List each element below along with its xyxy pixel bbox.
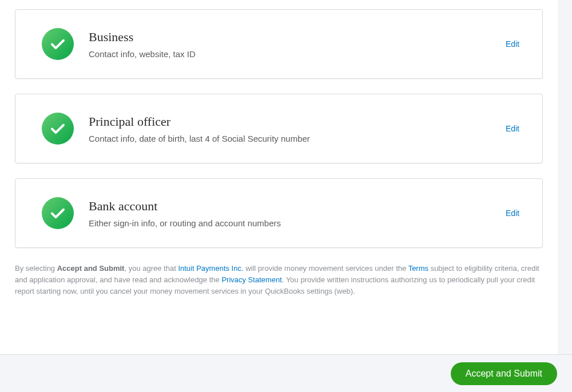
edit-link-business[interactable]: Edit [506,39,519,49]
card-title: Principal officer [89,114,506,129]
card-subtitle: Contact info, website, tax ID [89,49,506,59]
card-title: Business [89,30,506,45]
disclosure-bold: Accept and Submit [57,264,125,273]
card-content: Principal officer Contact info, date of … [89,114,506,143]
card-principal-officer: Principal officer Contact info, date of … [15,94,543,163]
main-panel: Business Contact info, website, tax ID E… [0,0,558,354]
edit-link-bank-account[interactable]: Edit [506,209,519,218]
card-business: Business Contact info, website, tax ID E… [15,9,543,79]
edit-link-principal-officer[interactable]: Edit [506,124,519,133]
check-circle-icon [42,28,74,60]
footer-bar: Accept and Submit [0,354,572,392]
disclosure-prefix: By selecting [15,264,57,273]
card-title: Bank account [89,199,506,214]
check-circle-icon [42,113,74,145]
privacy-statement-link[interactable]: Privacy Statement [221,275,282,284]
card-bank-account: Bank account Either sign-in info, or rou… [15,178,543,248]
accept-and-submit-button[interactable]: Accept and Submit [451,362,557,385]
disclosure-seg1: , you agree that [124,264,178,273]
terms-link[interactable]: Terms [408,264,428,273]
disclosure-seg2: will provide money movement services und… [244,264,408,273]
card-subtitle: Contact info, date of birth, last 4 of S… [89,134,506,143]
card-content: Business Contact info, website, tax ID [89,30,506,59]
disclosure-text: By selecting Accept and Submit, you agre… [15,263,543,297]
check-circle-icon [42,197,74,229]
card-content: Bank account Either sign-in info, or rou… [89,199,506,228]
intuit-payments-link[interactable]: Intuit Payments Inc. [178,264,243,273]
card-subtitle: Either sign-in info, or routing and acco… [89,218,506,228]
